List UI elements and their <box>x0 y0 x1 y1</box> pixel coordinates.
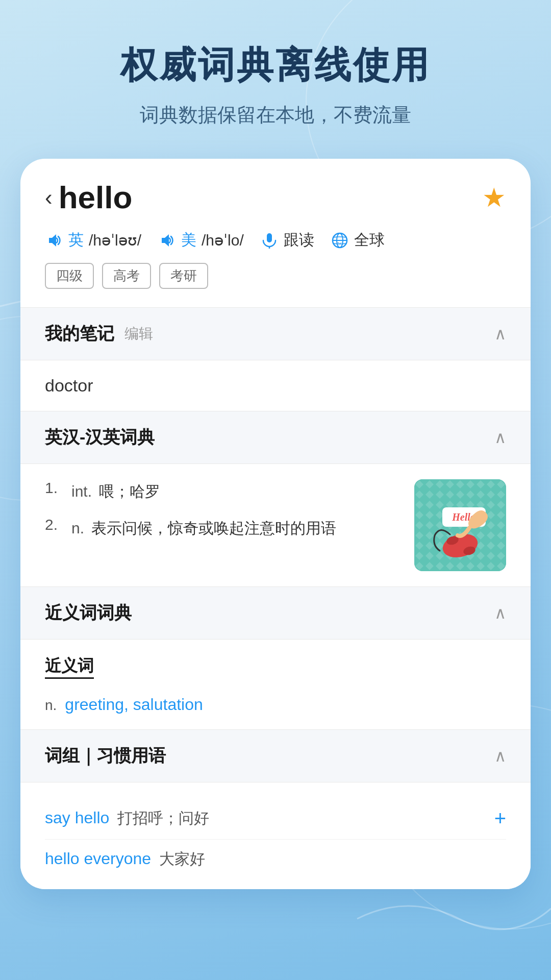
notes-edit-button[interactable]: 编辑 <box>124 324 153 344</box>
synonym-section-title: 近义词词典 <box>45 601 132 625</box>
phrase-2-meaning: 大家好 <box>159 849 205 870</box>
dictionary-content: 1. int. 喂；哈罗 2. n. 表示问候，惊奇或唤起注意时的用语 <box>20 464 531 586</box>
us-pronunciation[interactable]: 美 /həˈlo/ <box>158 230 244 251</box>
uk-pron-text: /həˈləʊ/ <box>89 231 141 249</box>
us-speaker-icon[interactable] <box>158 231 176 250</box>
phrase-1-left: say hello 打招呼；问好 <box>45 808 209 829</box>
us-label: 美 <box>181 230 196 251</box>
phrase-item-1: say hello 打招呼；问好 + <box>45 798 506 840</box>
sub-title: 词典数据保留在本地，不费流量 <box>31 102 520 128</box>
uk-speaker-icon[interactable] <box>45 231 63 250</box>
dict-section-header[interactable]: 英汉-汉英词典 ∧ <box>20 411 531 463</box>
phrases-section-header[interactable]: 词组｜习惯用语 ∧ <box>20 730 531 782</box>
definitions-list: 1. int. 喂；哈罗 2. n. 表示问候，惊奇或唤起注意时的用语 <box>45 479 402 571</box>
favorite-button[interactable]: ★ <box>482 182 506 213</box>
phrases-section-title: 词组｜习惯用语 <box>45 744 166 768</box>
exam-tags: 四级 高考 考研 <box>45 263 506 289</box>
phrases-collapse-icon[interactable]: ∧ <box>494 746 506 766</box>
definition-1: 1. int. 喂；哈罗 <box>45 479 402 504</box>
follow-label: 跟读 <box>284 230 314 251</box>
uk-label: 英 <box>68 230 84 251</box>
tag-cet4: 四级 <box>45 263 94 289</box>
note-text: doctor <box>45 376 93 395</box>
phrase-1-meaning: 打招呼；问好 <box>117 808 209 829</box>
mic-icon <box>260 231 279 250</box>
word-back-row: ‹ hello <box>45 179 132 215</box>
phrases-content: say hello 打招呼；问好 + hello everyone 大家好 <box>20 782 531 889</box>
global-label: 全球 <box>354 230 385 251</box>
synonym-row: n. greeting, salutation <box>45 695 506 714</box>
synonym-label: 近义词 <box>45 655 94 679</box>
phrase-2-left: hello everyone 大家好 <box>45 849 205 870</box>
notes-collapse-icon[interactable]: ∧ <box>494 324 506 344</box>
phrase-1-word[interactable]: say hello <box>45 808 109 827</box>
tag-gaokao: 高考 <box>102 263 151 289</box>
def-num-1: 1. <box>45 479 65 504</box>
synonym-content: 近义词 n. greeting, salutation <box>20 640 531 729</box>
synonym-section-header[interactable]: 近义词词典 ∧ <box>20 587 531 639</box>
back-button[interactable]: ‹ <box>45 185 53 210</box>
definition-2: 2. n. 表示问候，惊奇或唤起注意时的用语 <box>45 516 402 541</box>
global-pronunciation[interactable]: 全球 <box>331 230 385 251</box>
tag-kaoyan: 考研 <box>159 263 208 289</box>
notes-section-header[interactable]: 我的笔记 编辑 ∧ <box>20 308 531 360</box>
notes-content: doctor <box>20 360 531 411</box>
word-header: ‹ hello ★ 英 /həˈləʊ/ <box>20 159 531 307</box>
word-title-row: ‹ hello ★ <box>45 179 506 215</box>
phrase-1-add-button[interactable]: + <box>494 807 506 830</box>
def-num-2: 2. <box>45 516 65 541</box>
dict-collapse-icon[interactable]: ∧ <box>494 428 506 447</box>
synonym-words[interactable]: greeting, salutation <box>65 695 203 714</box>
def-text-1: int. 喂；哈罗 <box>71 479 160 504</box>
top-section: 权威词典离线使用 词典数据保留在本地，不费流量 <box>0 0 551 159</box>
globe-icon <box>331 231 349 250</box>
dict-section-title: 英汉-汉英词典 <box>45 426 155 449</box>
notes-header-left: 我的笔记 编辑 <box>45 322 153 346</box>
notes-section-title: 我的笔记 <box>45 322 114 346</box>
pronunciation-row: 英 /həˈləʊ/ 美 /həˈlo/ 跟读 <box>45 230 506 251</box>
synonym-collapse-icon[interactable]: ∧ <box>494 603 506 623</box>
synonym-pos: n. <box>45 697 57 714</box>
uk-pronunciation[interactable]: 英 /həˈləʊ/ <box>45 230 141 251</box>
main-title: 权威词典离线使用 <box>31 41 520 90</box>
svg-rect-3 <box>267 233 272 242</box>
hello-illustration: Hello <box>414 479 506 571</box>
phrase-item-2: hello everyone 大家好 <box>45 840 506 879</box>
word-display: hello <box>59 179 133 215</box>
follow-reading[interactable]: 跟读 <box>260 230 314 251</box>
us-pron-text: /həˈlo/ <box>202 231 244 249</box>
phrase-2-word[interactable]: hello everyone <box>45 849 151 868</box>
def-text-2: n. 表示问候，惊奇或唤起注意时的用语 <box>71 516 336 541</box>
dictionary-card: ‹ hello ★ 英 /həˈləʊ/ <box>20 159 531 889</box>
